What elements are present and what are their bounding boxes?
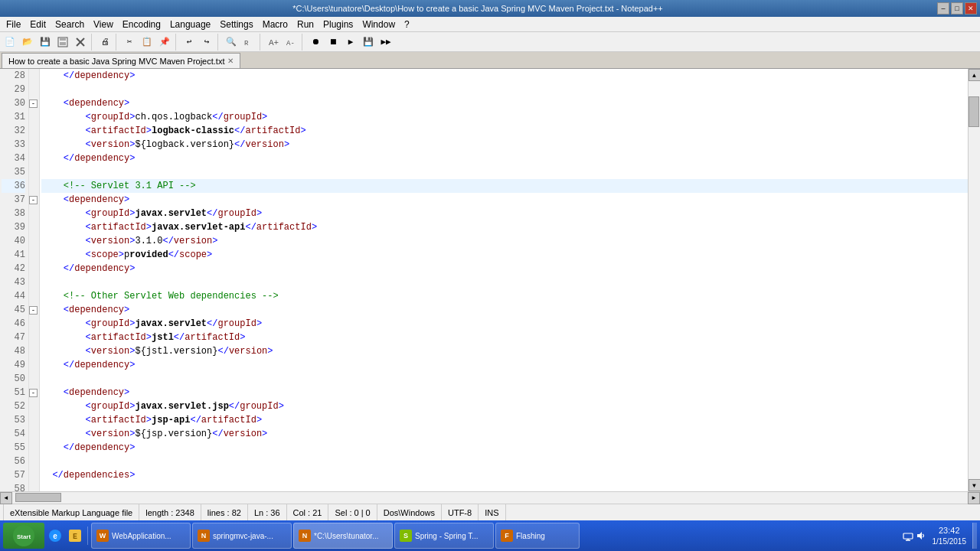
taskbar-notepad-java-button[interactable]: N springmvc-java-... [192,523,292,549]
scroll-up-arrow[interactable]: ▲ [969,69,981,81]
sel-text: Sel : 0 | 0 [335,508,370,517]
line-num-39: 39 [2,220,25,234]
fold-58 [29,482,39,491]
zoom-in-button[interactable]: A+ [265,34,282,51]
new-button[interactable]: 📄 [2,34,18,51]
code-line-28: </dependency> [41,69,968,83]
menu-language[interactable]: Language [165,17,215,31]
fold-40 [29,234,39,248]
scroll-right-arrow[interactable]: ► [968,492,980,504]
menu-macro[interactable]: Macro [258,17,292,31]
fold-51[interactable]: - [29,386,39,399]
scroll-down-arrow[interactable]: ▼ [969,479,981,491]
horizontal-scrollbar[interactable]: ◄ ► [0,491,980,504]
code-line-54: <version>${jsp.version}</version> [41,427,968,441]
show-desktop-button[interactable] [972,523,977,549]
line-num-34: 34 [2,152,25,165]
editor-body: 28 29 30 31 32 33 34 35 36 37 38 39 40 4… [0,69,980,491]
ln-status: Ln : 36 [248,504,287,520]
network-icon [903,530,913,541]
paste-button[interactable]: 📌 [156,34,173,51]
close-button[interactable]: ✕ [965,2,977,15]
scroll-thumb-v[interactable] [969,96,979,127]
print-button[interactable]: 🖨 [96,34,113,51]
maximize-button[interactable]: □ [951,2,963,15]
length-status: length : 2348 [139,504,201,520]
code-line-38: <groupId>javax.servlet</groupId> [41,207,968,220]
fold-55 [29,441,39,455]
open-button[interactable]: 📂 [19,34,36,51]
line-num-50: 50 [2,372,25,386]
code-line-53: <artifactId>jsp-api</artifactId> [41,413,968,427]
taskbar-flashing-button[interactable]: F Flashing [495,523,580,549]
menu-plugins[interactable]: Plugins [318,17,358,31]
run-button[interactable]: ▶▶ [377,34,394,51]
line-num-47: 47 [2,331,25,344]
replace-button[interactable]: R [240,34,257,51]
save-button[interactable]: 💾 [37,34,54,51]
menu-search[interactable]: Search [51,17,89,31]
editor-wrapper: 28 29 30 31 32 33 34 35 36 37 38 39 40 4… [0,69,980,504]
undo-button[interactable]: ↩ [181,34,198,51]
tab-close-button[interactable]: ✕ [227,57,234,65]
code-line-32: <artifactId>logback-classic</artifactId> [41,124,968,138]
toolbar-sep-4 [217,34,220,51]
minimize-button[interactable]: – [937,2,949,15]
fold-43 [29,276,39,289]
menu-window[interactable]: Window [358,17,400,31]
menu-view[interactable]: View [89,17,118,31]
fold-30[interactable]: - [29,96,39,110]
menu-edit[interactable]: Edit [25,17,51,31]
find-button[interactable]: 🔍 [223,34,240,51]
menu-run[interactable]: Run [292,17,318,31]
save-all-button[interactable] [54,34,71,51]
vertical-scrollbar[interactable]: ▲ ▼ [968,69,980,491]
code-line-45: <dependency> [41,303,968,317]
code-line-51: <dependency> [41,386,968,399]
cut-button[interactable]: ✂ [121,34,138,51]
fold-31 [29,110,39,124]
toolbar-sep-2 [116,34,119,51]
macro-save-button[interactable]: 💾 [360,34,377,51]
fold-29 [29,83,39,96]
file-type-text: eXtensible Markup Language file [10,508,132,517]
line-num-35: 35 [2,165,25,179]
quick-launch-ie[interactable]: e [46,523,64,549]
line-num-48: 48 [2,344,25,358]
code-editor[interactable]: </dependency> <dependency> <groupId>ch.q… [40,69,968,491]
start-button[interactable]: Start [3,523,44,549]
menu-file[interactable]: File [2,17,25,31]
svg-text:Start: Start [17,533,31,540]
toolbar-sep-6 [302,34,305,51]
line-num-30: 30 [2,96,25,110]
macro-stop-button[interactable]: ⏹ [325,34,341,51]
taskbar-webapp-button[interactable]: W WebApplication... [91,523,191,549]
copy-button[interactable]: 📋 [139,34,155,51]
menu-help[interactable]: ? [400,17,414,31]
taskbar-spring-button[interactable]: S Spring - Spring T... [394,523,494,549]
redo-button[interactable]: ↪ [198,34,215,51]
quick-launch-explorer[interactable]: E [66,523,84,549]
line-num-37: 37 [2,193,25,207]
status-bar: eXtensible Markup Language file length :… [0,504,980,520]
fold-57 [29,468,39,482]
code-line-35 [41,165,968,179]
line-num-29: 29 [2,83,25,96]
dos-windows-text: Dos\Windows [384,508,435,517]
zoom-out-button[interactable]: A- [283,34,299,51]
taskbar-notepadpp-button[interactable]: N *C:\Users\tunator... [293,523,393,549]
menu-settings[interactable]: Settings [215,17,257,31]
fold-37[interactable]: - [29,193,39,207]
code-line-55: </dependency> [41,441,968,455]
macro-record-button[interactable]: ⏺ [307,34,324,51]
fold-45[interactable]: - [29,303,39,317]
macro-play-button[interactable]: ▶ [342,34,359,51]
code-line-44: <!-- Other Servlet Web dependencies --> [41,289,968,303]
close-all-button[interactable] [72,34,89,51]
scroll-left-arrow[interactable]: ◄ [0,492,12,504]
window-controls[interactable]: – □ ✕ [937,2,977,15]
tab-main-file[interactable]: How to create a basic Java Spring MVC Ma… [2,53,240,68]
scroll-thumb-h[interactable] [15,493,61,502]
taskbar-sep-1 [87,527,88,545]
menu-encoding[interactable]: Encoding [118,17,165,31]
